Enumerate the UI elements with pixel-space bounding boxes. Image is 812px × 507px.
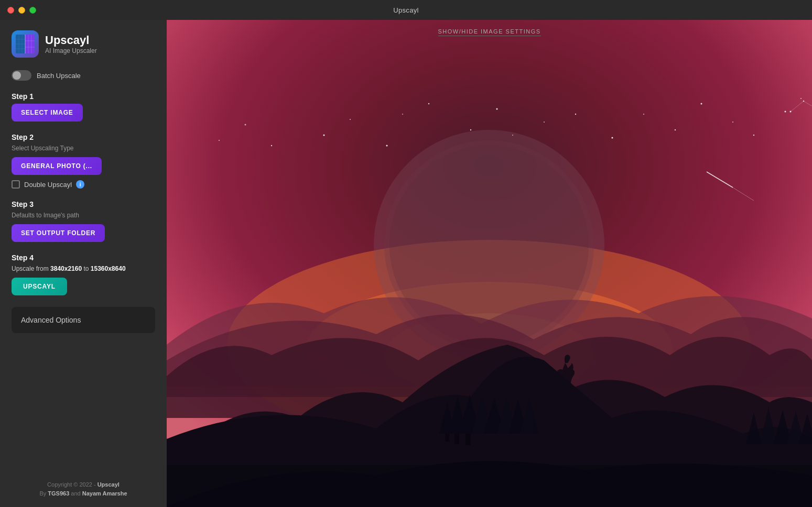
app-logo-inner xyxy=(12,30,39,58)
window-title: Upscayl xyxy=(393,6,418,14)
step-2-section: Step 2 Select Upscaling Type GENERAL PHO… xyxy=(12,133,155,189)
upscale-from-res: 3840x2160 xyxy=(50,265,82,272)
footer-by-text: By xyxy=(39,490,46,497)
advanced-options-label: Advanced Options xyxy=(21,316,81,324)
svg-point-28 xyxy=(785,111,786,113)
upscale-from-label: Upscale from xyxy=(12,265,49,272)
svg-point-26 xyxy=(732,122,733,123)
svg-rect-1 xyxy=(25,35,35,53)
svg-point-38 xyxy=(512,135,513,136)
svg-point-24 xyxy=(675,129,676,130)
svg-point-22 xyxy=(612,137,613,139)
step-4-section: Step 4 Upscale from 3840x2160 to 15360x8… xyxy=(12,253,155,295)
step-2-label: Step 2 xyxy=(12,133,155,141)
svg-point-30 xyxy=(402,114,403,115)
footer-app-name: Upscayl xyxy=(98,481,120,488)
upscaling-type-button[interactable]: GENERAL PHOTO (... xyxy=(12,157,102,175)
app-logo xyxy=(12,30,39,58)
maximize-button[interactable] xyxy=(29,7,36,14)
step-3-section: Step 3 Defaults to Image's path SET OUTP… xyxy=(12,200,155,242)
advanced-options-section[interactable]: Advanced Options xyxy=(12,307,155,333)
select-image-button[interactable]: SELECT IMAGE xyxy=(12,104,83,122)
app-subtitle: AI Image Upscaler xyxy=(45,47,97,54)
sidebar: Upscayl AI Image Upscaler Batch Upscale … xyxy=(0,20,167,507)
footer-author1: TGS963 xyxy=(48,490,69,497)
batch-toggle-row: Batch Upscale xyxy=(12,70,155,81)
batch-upscale-toggle[interactable] xyxy=(12,70,31,81)
main-layout: Upscayl AI Image Upscaler Batch Upscale … xyxy=(0,20,812,507)
svg-point-47 xyxy=(803,101,804,102)
svg-point-29 xyxy=(800,98,802,99)
upscale-to-res: 15360x8640 xyxy=(91,265,126,272)
double-upscayl-info-badge[interactable]: i xyxy=(76,180,84,189)
svg-point-19 xyxy=(386,145,388,147)
svg-point-32 xyxy=(323,135,325,136)
night-scene-svg xyxy=(167,20,812,507)
app-name: Upscayl xyxy=(45,34,97,47)
footer-author2: Nayam Amarshe xyxy=(82,490,127,497)
step-3-sublabel: Defaults to Image's path xyxy=(12,212,155,219)
image-preview xyxy=(167,20,812,507)
logo-svg xyxy=(16,35,35,53)
show-hide-settings-button[interactable]: SHOW/HIDE IMAGE SETTINGS xyxy=(438,28,540,36)
content-area: SHOW/HIDE IMAGE SETTINGS xyxy=(167,20,812,507)
minimize-button[interactable] xyxy=(18,7,25,14)
step-2-sublabel: Select Upscaling Type xyxy=(12,145,155,152)
svg-point-39 xyxy=(496,108,498,110)
svg-rect-51 xyxy=(445,434,449,442)
double-upscayl-label: Double Upscayl xyxy=(24,181,72,189)
svg-point-31 xyxy=(428,103,429,104)
svg-point-35 xyxy=(245,124,246,126)
close-button[interactable] xyxy=(7,7,14,14)
copyright-text: Copyright © 2022 - xyxy=(47,481,96,488)
svg-point-34 xyxy=(271,145,272,146)
svg-point-25 xyxy=(701,103,702,105)
svg-point-23 xyxy=(643,114,644,115)
title-bar: Upscayl xyxy=(0,0,812,20)
double-upscayl-row: Double Upscayl i xyxy=(12,180,155,189)
footer-line-2: By TGS963 and Nayam Amarshe xyxy=(12,489,155,499)
set-output-folder-button[interactable]: SET OUTPUT FOLDER xyxy=(12,224,105,242)
svg-rect-53 xyxy=(454,434,459,444)
window-controls[interactable] xyxy=(7,7,36,14)
double-upscayl-checkbox[interactable] xyxy=(12,180,20,189)
app-header: Upscayl AI Image Upscaler xyxy=(12,30,155,58)
upscale-info: Upscale from 3840x2160 to 15360x8640 xyxy=(12,265,155,272)
svg-point-46 xyxy=(790,111,792,113)
step-3-label: Step 3 xyxy=(12,200,155,208)
step-4-label: Step 4 xyxy=(12,253,155,262)
step-1-section: Step 1 SELECT IMAGE xyxy=(12,92,155,122)
step-1-label: Step 1 xyxy=(12,92,155,101)
svg-point-33 xyxy=(350,119,351,120)
svg-rect-55 xyxy=(465,434,471,445)
footer-line-1: Copyright © 2022 - Upscayl xyxy=(12,480,155,490)
svg-point-37 xyxy=(575,114,576,115)
svg-point-36 xyxy=(219,140,220,141)
svg-point-21 xyxy=(544,122,545,123)
batch-upscale-label: Batch Upscale xyxy=(37,72,81,80)
upscale-to-label: to xyxy=(83,265,89,272)
footer-and-text: and xyxy=(71,490,80,497)
upscayl-button[interactable]: UPSCAYL xyxy=(12,278,67,295)
svg-point-20 xyxy=(470,129,471,130)
sidebar-content: Upscayl AI Image Upscaler Batch Upscale … xyxy=(0,20,167,472)
svg-point-27 xyxy=(753,135,754,136)
sidebar-footer: Copyright © 2022 - Upscayl By TGS963 and… xyxy=(0,472,167,507)
app-title-group: Upscayl AI Image Upscaler xyxy=(45,34,97,54)
